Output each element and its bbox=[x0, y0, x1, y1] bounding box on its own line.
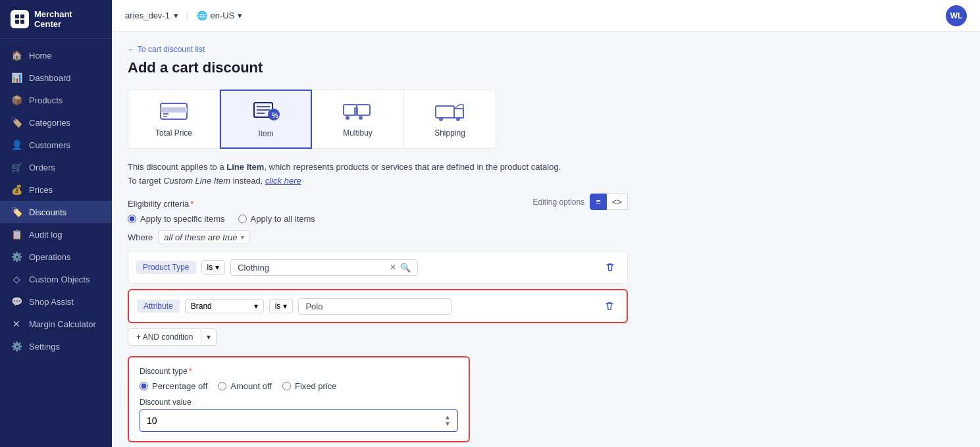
description-custom-line-item: To target Custom Line Item instead, clic… bbox=[128, 176, 588, 186]
and-condition-button[interactable]: + AND condition bbox=[128, 329, 201, 346]
sidebar-item-label: Orders bbox=[29, 163, 55, 172]
radio-specific-items[interactable]: Apply to specific items bbox=[128, 214, 225, 224]
item-card-icon: % bbox=[250, 100, 282, 124]
and-condition-row: + AND condition ▾ bbox=[128, 329, 964, 346]
radio-amount-input[interactable] bbox=[218, 382, 226, 390]
editing-btn-code[interactable]: <> bbox=[607, 194, 628, 210]
sidebar-item-products[interactable]: 📦 Products bbox=[0, 89, 112, 111]
shop-assist-icon: 💬 bbox=[11, 296, 22, 307]
products-icon: 📦 bbox=[11, 95, 22, 105]
stepper-down-icon[interactable]: ▼ bbox=[444, 421, 451, 427]
sidebar-item-dashboard[interactable]: 📊 Dashboard bbox=[0, 66, 112, 89]
radio-all-items[interactable]: Apply to all items bbox=[238, 214, 315, 224]
sidebar-item-margin-calculator[interactable]: ✕ Margin Calculator bbox=[0, 313, 112, 335]
sidebar-item-label: Dashboard bbox=[29, 73, 71, 83]
product-type-value: Clothing bbox=[238, 263, 385, 273]
margin-calculator-icon: ✕ bbox=[11, 319, 22, 329]
locale-chevron-icon: ▾ bbox=[238, 11, 242, 20]
editing-options-area: Editing options ≡ <> bbox=[532, 194, 628, 210]
attribute-brand-operator[interactable]: is ▾ bbox=[269, 299, 294, 313]
svg-rect-5 bbox=[161, 107, 187, 113]
svg-rect-2 bbox=[15, 20, 19, 24]
svg-point-18 bbox=[359, 116, 363, 120]
logo-text: Merchant Center bbox=[34, 9, 101, 29]
sidebar-item-operations[interactable]: ⚙️ Operations bbox=[0, 246, 112, 268]
sidebar-item-orders[interactable]: 🛒 Orders bbox=[0, 156, 112, 178]
sidebar-item-label: Customers bbox=[29, 140, 70, 150]
where-row: Where all of these are true ▾ bbox=[128, 230, 964, 244]
svg-rect-0 bbox=[15, 14, 19, 18]
topbar-project[interactable]: aries_dev-1 ▾ bbox=[125, 11, 178, 20]
discount-value-input[interactable] bbox=[147, 415, 444, 426]
radio-percentage-off[interactable]: Percentage off bbox=[140, 381, 207, 391]
sidebar-item-settings[interactable]: ⚙️ Settings bbox=[0, 335, 112, 357]
editing-btn-list[interactable]: ≡ bbox=[590, 194, 607, 210]
sidebar-item-audit-log[interactable]: 📋 Audit log bbox=[0, 223, 112, 246]
required-star: * bbox=[190, 199, 193, 209]
audit-log-icon: 📋 bbox=[11, 229, 22, 240]
sidebar-logo[interactable]: Merchant Center bbox=[0, 0, 112, 39]
search-icon[interactable]: 🔍 bbox=[400, 263, 411, 273]
discount-type-section: Discount type * Percentage off Amount of… bbox=[128, 356, 470, 442]
where-badge[interactable]: all of these are true ▾ bbox=[158, 230, 249, 244]
and-condition-dropdown[interactable]: ▾ bbox=[201, 329, 217, 346]
radio-fixed-price[interactable]: Fixed price bbox=[282, 381, 337, 391]
trash-icon bbox=[605, 262, 615, 273]
product-type-value-input[interactable]: Clothing ✕ 🔍 bbox=[230, 259, 417, 276]
sidebar-item-prices[interactable]: 💰 Prices bbox=[0, 178, 112, 201]
click-here-link[interactable]: click here bbox=[265, 176, 301, 186]
topbar-divider: | bbox=[186, 11, 189, 21]
stepper-buttons: ▲ ▼ bbox=[444, 414, 451, 427]
discount-type-cards: Total Price % Item bbox=[128, 90, 588, 149]
sidebar-item-categories[interactable]: 🏷️ Categories bbox=[0, 111, 112, 134]
item-label: Item bbox=[258, 129, 273, 138]
sidebar-item-label: Operations bbox=[29, 252, 71, 262]
total-price-label: Total Price bbox=[155, 128, 192, 138]
radio-percentage-input[interactable] bbox=[140, 382, 148, 390]
condition-row-product-type: Product Type is ▾ Clothing ✕ 🔍 bbox=[128, 251, 628, 284]
delete-condition-2-button[interactable] bbox=[600, 297, 619, 315]
sidebar-item-label: Audit log bbox=[29, 230, 63, 240]
discount-card-multibuy[interactable]: Multibuy bbox=[312, 90, 404, 149]
svg-text:%: % bbox=[272, 111, 278, 119]
user-avatar[interactable]: WL bbox=[946, 5, 967, 26]
topbar-locale[interactable]: 🌐 en-US ▾ bbox=[197, 11, 243, 20]
attribute-brand-value-input[interactable]: Polo bbox=[298, 298, 451, 315]
sidebar-item-shop-assist[interactable]: 💬 Shop Assist bbox=[0, 290, 112, 313]
where-prefix: Where bbox=[128, 232, 153, 242]
radio-specific-input[interactable] bbox=[128, 215, 136, 223]
page-title: Add a cart discount bbox=[128, 59, 964, 76]
discount-card-total-price[interactable]: Total Price bbox=[128, 90, 220, 149]
sidebar-item-label: Discounts bbox=[29, 207, 66, 217]
trash-icon-2 bbox=[604, 301, 615, 311]
customers-icon: 👤 bbox=[11, 140, 22, 150]
discount-type-radio-group: Percentage off Amount off Fixed price bbox=[140, 381, 458, 391]
sidebar-item-label: Margin Calculator bbox=[29, 319, 96, 329]
attribute-brand-select[interactable]: Brand ▾ bbox=[185, 299, 264, 313]
radio-fixed-input[interactable] bbox=[282, 382, 291, 390]
delete-condition-1-button[interactable] bbox=[601, 258, 619, 276]
multibuy-card-icon bbox=[342, 99, 374, 123]
attribute-brand-value: Polo bbox=[305, 302, 444, 311]
clear-icon[interactable]: ✕ bbox=[390, 263, 396, 272]
svg-rect-16 bbox=[357, 105, 370, 115]
radio-amount-off[interactable]: Amount off bbox=[218, 381, 272, 391]
logo-icon bbox=[11, 10, 29, 28]
operations-icon: ⚙️ bbox=[11, 251, 22, 262]
sidebar-item-customers[interactable]: 👤 Customers bbox=[0, 134, 112, 156]
breadcrumb[interactable]: To cart discount list bbox=[128, 45, 964, 54]
svg-rect-1 bbox=[20, 14, 24, 18]
discount-card-item[interactable]: % Item bbox=[220, 90, 312, 149]
svg-point-21 bbox=[456, 117, 460, 121]
sidebar-item-home[interactable]: 🏠 Home bbox=[0, 44, 112, 66]
sidebar-item-discounts[interactable]: 🏷️ Discounts bbox=[0, 201, 112, 223]
operator-chevron-icon: ▾ bbox=[215, 263, 219, 272]
product-type-operator[interactable]: is ▾ bbox=[201, 260, 226, 275]
radio-all-input[interactable] bbox=[238, 215, 247, 223]
sidebar-item-custom-objects[interactable]: ◇ Custom Objects bbox=[0, 268, 112, 290]
discount-required-star: * bbox=[189, 367, 192, 376]
description-line-item: This discount applies to a Line Item, wh… bbox=[128, 162, 588, 172]
discount-card-shipping[interactable]: Shipping bbox=[404, 90, 496, 149]
attribute-operator-chevron-icon: ▾ bbox=[283, 302, 287, 311]
orders-icon: 🛒 bbox=[11, 162, 22, 172]
